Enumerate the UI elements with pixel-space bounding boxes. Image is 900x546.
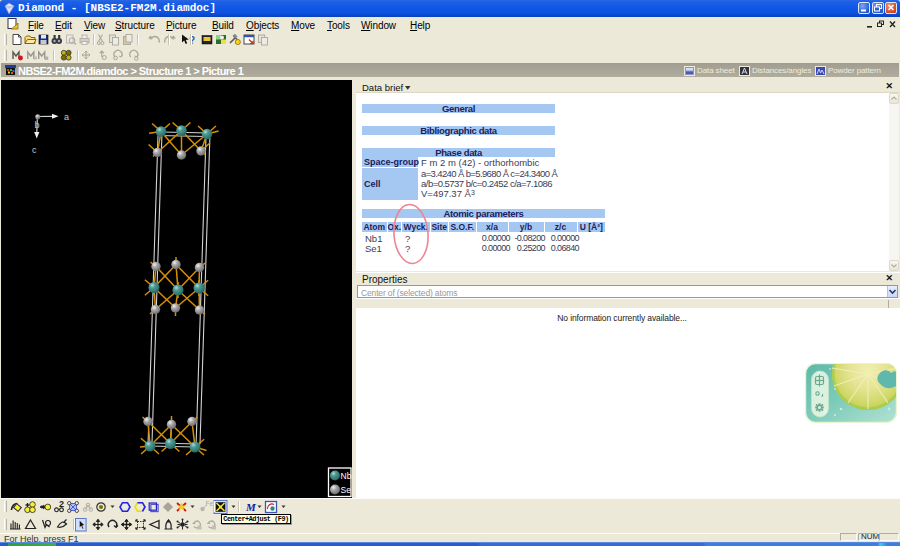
svg-text:Se: Se: [341, 485, 352, 495]
svg-text:Nb: Nb: [341, 471, 352, 481]
svg-text:c: c: [32, 145, 37, 155]
svg-text:M: M: [245, 501, 257, 513]
svg-text:b: b: [35, 120, 40, 130]
svg-text:a: a: [64, 112, 69, 122]
